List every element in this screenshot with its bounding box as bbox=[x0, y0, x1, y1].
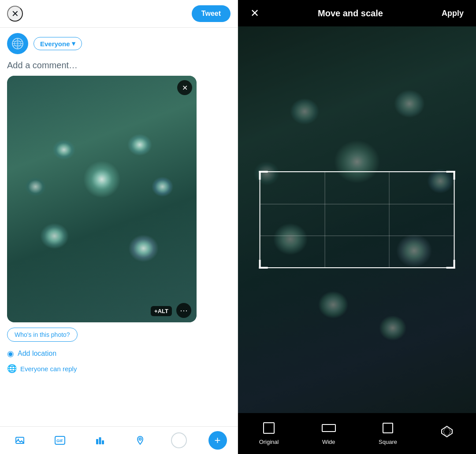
comment-input[interactable]: Add a comment… bbox=[7, 59, 231, 76]
remove-image-button[interactable]: ✕ bbox=[177, 80, 192, 95]
location-pin-icon: ◉ bbox=[7, 349, 14, 358]
crop-handle-top-right[interactable] bbox=[446, 171, 455, 180]
tag-people-button[interactable]: Who's in this photo? bbox=[7, 328, 78, 342]
avatar bbox=[7, 33, 28, 54]
circle-selector[interactable] bbox=[171, 432, 187, 448]
plus-icon: + bbox=[215, 434, 221, 447]
svg-rect-9 bbox=[102, 440, 104, 444]
more-options-button[interactable]: ⋯ bbox=[176, 303, 191, 318]
grid-line-vertical-1 bbox=[325, 172, 325, 267]
poll-icon[interactable] bbox=[91, 431, 109, 450]
crop-toolbar: Original Wide Square bbox=[238, 413, 476, 454]
audience-button[interactable]: Everyone ▾ bbox=[33, 37, 82, 50]
svg-rect-11 bbox=[264, 423, 274, 433]
photo-icon[interactable] bbox=[11, 431, 29, 450]
left-panel: ✕ Tweet Everyone ▾ bbox=[0, 0, 238, 454]
svg-rect-8 bbox=[99, 437, 101, 444]
reply-row[interactable]: 🌐 Everyone can reply bbox=[7, 364, 231, 373]
grid-line-vertical-2 bbox=[389, 172, 390, 267]
reply-label: Everyone can reply bbox=[20, 365, 77, 373]
chevron-down-icon: ▾ bbox=[72, 40, 75, 48]
grid-line-horizontal-2 bbox=[260, 236, 454, 236]
crop-wide-button[interactable]: Wide bbox=[321, 420, 337, 445]
wide-label: Wide bbox=[322, 439, 335, 445]
crop-original-button[interactable]: Original bbox=[259, 420, 279, 445]
crop-frame[interactable] bbox=[260, 171, 455, 268]
square-icon bbox=[380, 420, 396, 436]
crop-custom-button[interactable] bbox=[439, 424, 455, 442]
image-preview-container: ✕ +ALT ⋯ bbox=[7, 76, 197, 322]
left-header: ✕ Tweet bbox=[0, 0, 238, 28]
original-label: Original bbox=[259, 439, 279, 445]
square-label: Square bbox=[379, 439, 397, 445]
svg-point-10 bbox=[139, 438, 141, 440]
wide-icon bbox=[321, 420, 337, 436]
crop-handle-bottom-right[interactable] bbox=[446, 260, 455, 269]
location-row[interactable]: ◉ Add location bbox=[7, 349, 231, 358]
tweet-button[interactable]: Tweet bbox=[192, 5, 231, 22]
image-preview: ✕ +ALT ⋯ bbox=[7, 76, 197, 322]
diamond-icon bbox=[439, 424, 455, 439]
svg-text:GIF: GIF bbox=[56, 439, 63, 443]
svg-rect-13 bbox=[383, 423, 393, 433]
succulent-overlay bbox=[7, 76, 197, 322]
right-header: ✕ Move and scale Apply bbox=[238, 0, 476, 26]
crop-title: Move and scale bbox=[318, 8, 383, 18]
composer-toolbar: GIF + bbox=[0, 426, 238, 454]
user-row: Everyone ▾ bbox=[7, 33, 231, 54]
right-panel: ✕ Move and scale Apply Origina bbox=[238, 0, 476, 454]
crop-close-button[interactable]: ✕ bbox=[247, 5, 263, 21]
crop-square-button[interactable]: Square bbox=[379, 420, 397, 445]
globe-icon: 🌐 bbox=[7, 364, 17, 373]
succulent-background bbox=[7, 76, 197, 322]
original-icon bbox=[261, 420, 277, 436]
apply-button[interactable]: Apply bbox=[438, 7, 467, 20]
crop-handle-top-left[interactable] bbox=[259, 171, 268, 180]
svg-rect-12 bbox=[322, 424, 335, 432]
composer-area: Everyone ▾ Add a comment… ✕ +ALT ⋯ Who's… bbox=[0, 28, 238, 426]
gif-icon[interactable]: GIF bbox=[51, 431, 69, 450]
grid-line-horizontal-1 bbox=[260, 204, 454, 204]
location-icon[interactable] bbox=[131, 431, 149, 450]
crop-handle-bottom-left[interactable] bbox=[259, 260, 268, 269]
add-content-button[interactable]: + bbox=[208, 431, 227, 450]
alt-text-button[interactable]: +ALT bbox=[151, 306, 172, 316]
image-crop-area[interactable] bbox=[238, 26, 476, 413]
audience-label: Everyone bbox=[40, 40, 70, 48]
location-label: Add location bbox=[18, 350, 56, 358]
close-button[interactable]: ✕ bbox=[7, 6, 23, 22]
svg-rect-7 bbox=[96, 439, 98, 444]
